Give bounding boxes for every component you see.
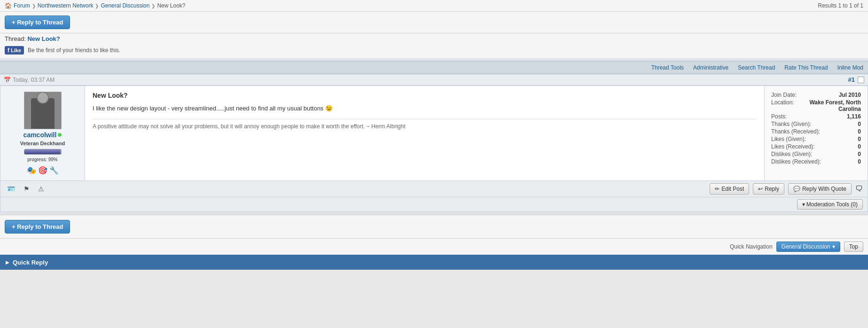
breadcrumb-general[interactable]: General Discussion xyxy=(101,2,149,9)
stat-dislikes-received: Dislikes (Received): 0 xyxy=(771,158,861,165)
rate-thread-link[interactable]: Rate This Thread xyxy=(784,64,828,71)
thread-title-line: Thread: New Look? xyxy=(0,33,868,44)
stat-posts-value: 1,116 xyxy=(847,113,861,120)
user-icon-2: 🎯 xyxy=(38,166,47,175)
fb-icon: f xyxy=(8,47,9,54)
post-num-label: #1 xyxy=(848,76,855,83)
post-icon-warn[interactable]: ⚠ xyxy=(36,184,46,194)
thread-title-link[interactable]: New Look? xyxy=(27,35,60,42)
administrative-link[interactable]: Administrative xyxy=(693,64,728,71)
thread-tools-link[interactable]: Thread Tools xyxy=(651,64,684,71)
stat-location-label: Location: xyxy=(771,99,794,112)
stat-thanks-received-value: 0 xyxy=(858,128,861,135)
stat-dislikes-given: Dislikes (Given): 0 xyxy=(771,151,861,157)
breadcrumb-forum[interactable]: Forum xyxy=(14,2,30,9)
post-action-buttons: ✏ Edit Post ↩ Reply 💬 Reply With Quote 🗨 xyxy=(710,183,863,195)
reply-thread-area: + Reply to Thread xyxy=(0,12,868,33)
like-description: Be the first of your friends to like thi… xyxy=(28,47,120,54)
stat-thanks-given: Thanks (Given): 0 xyxy=(771,121,861,127)
user-stats-panel: Join Date: Jul 2010 Location: Wake Fores… xyxy=(764,86,868,180)
quick-nav-dropdown[interactable]: General Discussion ▾ xyxy=(776,242,840,252)
user-panel: camcolwill Veteran Deckhand progress: 99… xyxy=(0,86,85,180)
stat-likes-given-label: Likes (Given): xyxy=(771,136,806,142)
stat-join-date: Join Date: Jul 2010 xyxy=(771,92,861,98)
breadcrumb-sep-2: ❯ xyxy=(95,3,99,8)
stat-dislikes-received-label: Dislikes (Received): xyxy=(771,158,821,165)
user-icon-3: 🔧 xyxy=(49,166,59,175)
home-icon: 🏠 xyxy=(5,2,12,9)
stat-likes-received: Likes (Received): 0 xyxy=(771,143,861,150)
breadcrumb-sep-3: ❯ xyxy=(151,3,155,8)
post-time: 03:37 AM xyxy=(31,77,55,83)
stat-thanks-received: Thanks (Received): 0 xyxy=(771,128,861,135)
stat-likes-given: Likes (Given): 0 xyxy=(771,136,861,142)
edit-icon: ✏ xyxy=(715,186,719,192)
post-date-row: 📅 Today, 03:37 AM #1 xyxy=(0,74,868,86)
multi-quote-icon[interactable]: 🗨 xyxy=(855,185,863,193)
breadcrumb: 🏠 Forum ❯ Northwestern Network ❯ General… xyxy=(5,2,185,9)
chevron-down-icon: ▾ xyxy=(832,243,835,250)
stat-join-date-value: Jul 2010 xyxy=(839,92,861,98)
post-icon-report[interactable]: ⚑ xyxy=(22,184,31,194)
post-title: New Look? xyxy=(93,92,757,99)
post-date: Today, xyxy=(13,77,29,83)
reply-to-thread-button[interactable]: + Reply to Thread xyxy=(5,16,70,29)
post-body: I like the new design layout - very stre… xyxy=(93,104,757,113)
quick-reply-bar[interactable]: ▸ Quick Reply xyxy=(0,255,868,270)
stat-thanks-given-value: 0 xyxy=(858,121,861,127)
stat-join-date-label: Join Date: xyxy=(771,92,797,98)
stat-posts-label: Posts: xyxy=(771,113,787,120)
post-checkbox[interactable] xyxy=(858,77,864,83)
inline-mod-link[interactable]: Inline Mod xyxy=(837,64,863,71)
avatar-head xyxy=(37,92,49,104)
post-datetime: 📅 Today, 03:37 AM xyxy=(4,77,55,83)
breadcrumb-sep-1: ❯ xyxy=(32,3,36,8)
search-thread-link[interactable]: Search Thread xyxy=(738,64,775,71)
quote-icon: 💬 xyxy=(793,186,800,192)
reply-icon: ↩ xyxy=(758,186,763,192)
fb-like-label: Like xyxy=(11,47,21,53)
post-icon-group: 🪪 ⚑ ⚠ xyxy=(5,184,46,194)
top-button[interactable]: Top xyxy=(844,242,863,252)
post-container: camcolwill Veteran Deckhand progress: 99… xyxy=(0,86,868,212)
stat-posts: Posts: 1,116 xyxy=(771,113,861,120)
stat-likes-received-value: 0 xyxy=(858,143,861,150)
stat-dislikes-given-value: 0 xyxy=(858,151,861,157)
user-icon-1: 🎭 xyxy=(27,166,36,175)
stat-likes-received-label: Likes (Received): xyxy=(771,143,815,150)
stat-location-value: Wake Forest, North Carolina xyxy=(795,99,861,112)
bottom-reply-thread-button[interactable]: + Reply to Thread xyxy=(5,220,70,234)
facebook-like-btn[interactable]: f Like xyxy=(5,46,24,55)
post-action-bar: 🪪 ⚑ ⚠ ✏ Edit Post ↩ Reply 💬 Reply With Q… xyxy=(0,180,868,197)
post-content: New Look? I like the new design layout -… xyxy=(85,86,764,180)
post-icon-id[interactable]: 🪪 xyxy=(5,184,17,194)
quick-nav-label: Quick Navigation xyxy=(730,243,773,250)
progress-bar-container xyxy=(24,149,62,155)
breadcrumb-network[interactable]: Northwestern Network xyxy=(38,2,94,9)
username-link[interactable]: camcolwill xyxy=(23,131,57,139)
stat-thanks-given-label: Thanks (Given): xyxy=(771,121,811,127)
post-signature: A positive attitude may not solve all yo… xyxy=(93,119,757,130)
reply-button[interactable]: ↩ Reply xyxy=(753,183,784,195)
avatar-figure xyxy=(31,98,55,129)
stat-location: Location: Wake Forest, North Carolina xyxy=(771,99,861,112)
user-icons: 🎭 🎯 🔧 xyxy=(27,166,59,175)
bottom-reply-area: + Reply to Thread xyxy=(0,215,868,238)
progress-bar-fill xyxy=(24,149,61,154)
like-bar: f Like Be the first of your friends to l… xyxy=(0,44,868,58)
reply-with-quote-button[interactable]: 💬 Reply With Quote xyxy=(788,183,852,195)
calendar-icon: 📅 xyxy=(4,77,11,83)
quick-reply-expand-icon: ▸ xyxy=(6,258,9,266)
breadcrumb-current: New Look? xyxy=(157,2,185,9)
stat-likes-given-value: 0 xyxy=(858,136,861,142)
stat-dislikes-given-label: Dislikes (Given): xyxy=(771,151,812,157)
quick-reply-label: Quick Reply xyxy=(13,259,48,266)
avatar xyxy=(24,92,62,129)
dropdown-label: General Discussion xyxy=(782,243,830,250)
progress-label: progress: 99% xyxy=(27,157,57,162)
moderation-tools-button[interactable]: ▾ Moderation Tools (0) xyxy=(797,199,863,210)
online-indicator xyxy=(58,133,62,137)
toolbar-row: Thread Tools Administrative Search Threa… xyxy=(0,61,868,74)
user-title: Veteran Deckhand xyxy=(20,141,65,146)
edit-post-button[interactable]: ✏ Edit Post xyxy=(710,183,749,195)
